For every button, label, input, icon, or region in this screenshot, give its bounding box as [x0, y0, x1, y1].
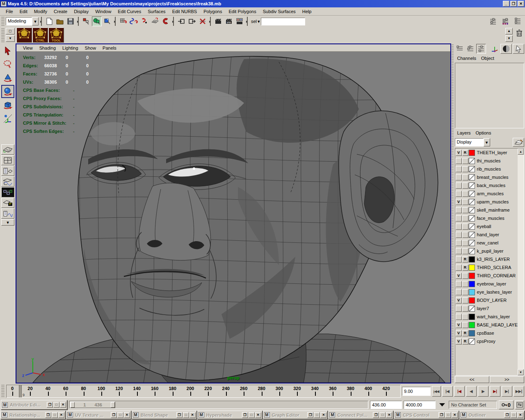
close-icon[interactable]: ✕	[124, 412, 130, 418]
render-globals-icon[interactable]	[235, 16, 244, 26]
shelf-tab-button[interactable]: ▢	[6, 28, 15, 34]
timeline-ruler[interactable]: 0 20 40 60 80 100 120 140 160 180 200 22…	[6, 385, 401, 398]
range-start-grip[interactable]	[71, 402, 75, 408]
scroll-up-icon[interactable]: ▲	[518, 148, 524, 155]
layer-row[interactable]: V BODY_LAYER	[455, 296, 518, 304]
layers-menu-item[interactable]: Options	[474, 130, 495, 136]
close-icon[interactable]: ✕	[255, 412, 261, 418]
scale-tool[interactable]	[1, 98, 14, 112]
layer-row[interactable]: thi_muscles	[455, 157, 518, 165]
layer-reference-toggle[interactable]	[462, 224, 468, 230]
layer-page-right-button[interactable]: >>	[490, 376, 524, 383]
layer-row[interactable]: R THIRD_SCLERA	[455, 263, 518, 272]
shelf-grip[interactable]	[1, 28, 5, 42]
right-panel-grip[interactable]	[452, 44, 454, 383]
maximize-icon[interactable]: □	[183, 412, 189, 418]
ipr-render-icon[interactable]: IPR	[224, 16, 234, 26]
time-slider-grip[interactable]	[1, 385, 5, 398]
layer-name[interactable]: new_canel	[475, 240, 499, 245]
layer-color-swatch[interactable]	[469, 150, 475, 156]
character-set-arrow-icon[interactable]	[437, 401, 447, 409]
select-component-icon[interactable]	[103, 16, 112, 26]
close-icon[interactable]: ✕	[452, 412, 458, 418]
close-icon[interactable]: ✕	[320, 412, 326, 418]
layer-visible-toggle[interactable]	[456, 166, 462, 172]
range-slider-trough[interactable]: 1 436	[69, 401, 368, 409]
playback-button[interactable]: ◀	[466, 386, 477, 397]
layer-name[interactable]: k3_IRIS_LAYER	[475, 257, 510, 262]
maximize-icon[interactable]: □	[52, 412, 58, 418]
layer-visible-toggle[interactable]	[456, 289, 462, 295]
layer-reference-toggle[interactable]	[462, 174, 468, 180]
layer-visible-toggle[interactable]	[456, 265, 462, 271]
layer-color-swatch[interactable]	[469, 224, 475, 230]
layer-visible-toggle[interactable]: V	[456, 297, 462, 304]
restore-icon[interactable]: ❐	[45, 412, 51, 418]
layer-reference-toggle[interactable]: R	[462, 150, 468, 156]
layer-reference-toggle[interactable]	[462, 248, 468, 254]
show-manipulator-tool[interactable]	[1, 112, 14, 125]
channel-layout-2-icon[interactable]	[466, 44, 475, 54]
chevron-down-icon[interactable]: ▾	[32, 17, 39, 25]
layer-color-swatch[interactable]	[469, 174, 475, 180]
layer-name[interactable]: face_muscles	[475, 216, 504, 221]
show-tool-settings-icon[interactable]	[500, 16, 510, 26]
restore-icon[interactable]: ❐	[504, 412, 510, 418]
layer-row[interactable]: eyeball	[455, 222, 518, 231]
output-connection-icon[interactable]	[187, 16, 197, 26]
layer-color-swatch[interactable]	[469, 240, 475, 246]
shelf-menu-arrow[interactable]: ▼	[6, 35, 15, 42]
layer-color-swatch[interactable]	[469, 232, 475, 238]
current-time-field[interactable]	[402, 387, 431, 396]
playback-button[interactable]: ▶|	[490, 386, 500, 397]
minimized-window[interactable]: M Blend Shape ❐ □ ✕	[132, 411, 197, 419]
layer-name[interactable]: BODY_LAYER	[475, 298, 507, 303]
shelf-scroll-down-icon[interactable]: ▼	[505, 35, 513, 42]
layout-persp-hypershade-button[interactable]	[1, 198, 14, 208]
shelf-item-button[interactable]: CTRL	[32, 27, 48, 43]
minimized-window[interactable]: M Connect Pol... ❐ □ ✕	[328, 411, 393, 419]
viewport-menu-item[interactable]: Show	[82, 45, 100, 51]
restore-icon[interactable]: ❐	[242, 412, 248, 418]
layer-color-swatch[interactable]	[469, 273, 475, 279]
layer-name[interactable]: cpsProxy	[475, 339, 495, 344]
layer-row[interactable]: V BASE_HEAD_LAYE	[455, 321, 518, 329]
pick-arrow-icon[interactable]	[513, 44, 524, 54]
layer-reference-toggle[interactable]: R	[462, 265, 468, 271]
make-live-icon[interactable]	[161, 16, 171, 26]
maximize-icon[interactable]: □	[249, 412, 255, 418]
layer-row[interactable]: V uparm_muscles	[455, 198, 518, 206]
character-set-field[interactable]: No Character Set	[449, 401, 497, 409]
layer-row[interactable]: arm_muscles	[455, 189, 518, 198]
playback-end-field[interactable]	[370, 401, 402, 409]
close-button[interactable]: ✕	[518, 1, 524, 7]
menu-item[interactable]: Edit NURBS	[169, 8, 201, 15]
layer-reference-toggle[interactable]	[462, 207, 468, 213]
layer-row[interactable]: V THIRD_CORNEAR	[455, 272, 518, 280]
layer-visible-toggle[interactable]	[456, 174, 462, 180]
playback-button[interactable]: ▶▶|	[514, 386, 524, 397]
minimized-window[interactable]: M UV Texture ... ❐ □ ✕	[66, 411, 131, 419]
layer-row[interactable]: eye_lashes_layer	[455, 288, 518, 296]
layout-menu-arrow[interactable]: ▾	[1, 219, 14, 226]
layer-color-swatch[interactable]	[469, 199, 475, 205]
layer-visible-toggle[interactable]	[456, 215, 462, 221]
viewport-canvas[interactable]: Verts: 33292 0 0 Edges: 66038 0 0 Faces:	[16, 52, 450, 383]
layer-reference-toggle[interactable]	[462, 281, 468, 287]
layer-reference-toggle[interactable]: R	[462, 256, 468, 262]
layer-reference-toggle[interactable]	[462, 297, 468, 304]
layer-visible-toggle[interactable]: V	[456, 150, 462, 156]
layer-name[interactable]: wart_hairs_layer	[475, 314, 510, 319]
layer-color-swatch[interactable]	[469, 191, 475, 197]
layer-visible-toggle[interactable]: V	[456, 322, 462, 328]
layer-reference-toggle[interactable]: R	[462, 338, 468, 345]
layer-reference-toggle[interactable]	[462, 166, 468, 172]
layer-reference-toggle[interactable]	[462, 314, 468, 320]
layer-scrollbar[interactable]: ▲ ▼	[518, 148, 524, 375]
layer-visible-toggle[interactable]	[456, 232, 462, 238]
restore-icon[interactable]: ❐	[47, 402, 53, 408]
open-scene-icon[interactable]	[55, 16, 65, 26]
layer-visible-toggle[interactable]	[456, 183, 462, 189]
snap-point-icon[interactable]	[139, 16, 149, 26]
auto-key-button[interactable]: 0	[499, 400, 514, 409]
